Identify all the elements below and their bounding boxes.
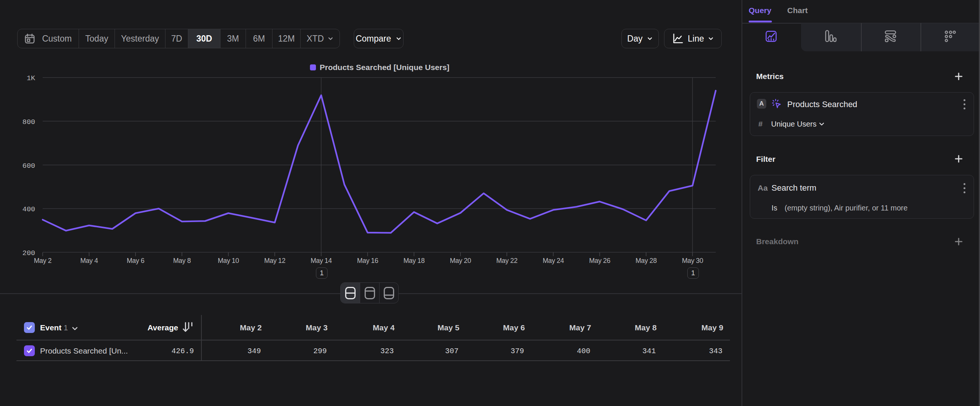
svg-text:May 6: May 6: [127, 257, 144, 264]
svg-text:May 18: May 18: [404, 257, 425, 264]
svg-text:May 12: May 12: [264, 257, 286, 264]
svg-text:May 26: May 26: [589, 257, 611, 264]
svg-text:800: 800: [22, 118, 35, 126]
svg-text:May 14: May 14: [311, 257, 332, 264]
svg-text:May 16: May 16: [357, 257, 379, 264]
svg-text:May 4: May 4: [80, 257, 98, 264]
svg-text:May 22: May 22: [496, 257, 518, 264]
svg-text:May 24: May 24: [543, 257, 564, 264]
svg-text:600: 600: [22, 162, 35, 170]
svg-text:May 8: May 8: [173, 257, 191, 264]
svg-text:May 30: May 30: [682, 257, 703, 264]
svg-text:May 28: May 28: [636, 257, 657, 264]
svg-text:May 2: May 2: [34, 257, 51, 264]
svg-text:May 10: May 10: [218, 257, 239, 264]
svg-text:1K: 1K: [27, 74, 35, 83]
svg-text:200: 200: [22, 249, 35, 257]
svg-text:May 20: May 20: [450, 257, 471, 264]
svg-text:400: 400: [22, 205, 35, 213]
